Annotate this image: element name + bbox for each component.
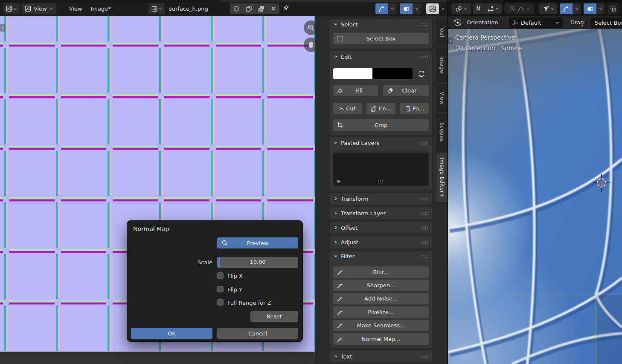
uv-snap-dropdown[interactable]	[388, 3, 396, 14]
pixelize-button[interactable]: Pixelize...	[333, 306, 429, 318]
show-gizmo-button[interactable]	[539, 3, 557, 14]
pin-icon[interactable]	[282, 4, 290, 12]
image-name-field[interactable]: surface_h.png	[165, 3, 230, 14]
blur-button[interactable]: Blur...	[333, 266, 429, 278]
display-channels-dropdown[interactable]	[439, 3, 446, 14]
display-channels-button[interactable]	[426, 3, 439, 14]
proportional-editing-button[interactable]	[504, 3, 534, 14]
panel-select-header[interactable]: Select	[330, 19, 432, 30]
panel-offset[interactable]: Offset	[330, 222, 432, 234]
tab-image[interactable]: Image	[436, 48, 447, 82]
grip-dots[interactable]	[419, 241, 428, 244]
select-box-button[interactable]: Select Box	[333, 33, 429, 44]
cancel-button[interactable]: Cancel	[217, 328, 298, 339]
normal-map-button[interactable]: Normal Map...	[333, 333, 429, 345]
chevron-down-icon	[575, 7, 578, 11]
magnifier-icon	[221, 240, 228, 246]
grip-dots[interactable]	[376, 179, 385, 182]
grip-dots[interactable]	[419, 197, 428, 200]
grip-dots[interactable]	[419, 212, 428, 215]
uv-snap-button[interactable]	[375, 3, 388, 14]
tab-view[interactable]: View	[436, 84, 447, 112]
crop-button[interactable]: Crop	[333, 119, 429, 131]
xray-toggle-button[interactable]	[607, 3, 619, 14]
display-mode-button[interactable]: View	[21, 3, 56, 14]
toolbar-expand-arrow[interactable]	[0, 24, 5, 32]
paste-button[interactable]: Pa...	[400, 103, 429, 114]
viewport-toolbar-expand-arrow[interactable]	[448, 38, 453, 44]
fill-bucket-icon	[337, 87, 343, 94]
panel-edit-header[interactable]: Edit	[330, 51, 432, 62]
wand-icon	[337, 336, 343, 342]
ok-button[interactable]: OK	[131, 328, 212, 339]
reset-button[interactable]: Reset	[250, 311, 298, 322]
menu-view[interactable]: View	[66, 3, 85, 14]
editor-type-button[interactable]	[3, 3, 20, 14]
panel-filter-title: Filter	[341, 253, 355, 260]
gizmos-dropdown[interactable]	[573, 3, 581, 14]
panel-adjust[interactable]: Adjust	[330, 236, 432, 248]
sharpen-button[interactable]: Sharpen...	[333, 280, 429, 291]
menu-image[interactable]: Image*	[88, 3, 113, 14]
add-noise-button[interactable]: Add Noise...	[333, 293, 429, 304]
overlays-dropdown[interactable]	[413, 3, 421, 14]
pixelize-label: Pixelize...	[368, 309, 394, 315]
viewport-overlay-line1: Camera Perspective	[455, 34, 515, 41]
viewport-content[interactable]: Camera Perspective (1) Collection | Sphe…	[448, 29, 622, 364]
panel-transform[interactable]: Transform	[330, 193, 432, 205]
grip-dots[interactable]	[419, 255, 428, 258]
panel-edit: Edit Fill Clear ✂ Cut Co... Pa... Crop	[330, 51, 432, 135]
grip-dots[interactable]	[419, 23, 428, 26]
color-swatch-foreground[interactable]	[333, 68, 372, 79]
gizmos-toggle-button[interactable]	[560, 3, 573, 14]
panel-pasted-layers: Pasted Layers ▶	[330, 137, 432, 190]
grip-dots[interactable]	[419, 55, 428, 58]
cut-button[interactable]: ✂ Cut	[333, 103, 362, 114]
panel-text[interactable]: Text	[330, 350, 432, 362]
unlink-icon[interactable]: ×	[270, 6, 276, 12]
pack-image-icon[interactable]	[258, 6, 264, 12]
make-seamless-label: Make Seamless...	[357, 322, 405, 329]
wand-icon	[337, 323, 343, 329]
pasted-layers-list[interactable]: ▶	[333, 153, 429, 186]
panel-adjust-title: Adjust	[341, 239, 358, 246]
scale-slider[interactable]: 10.00	[217, 257, 298, 268]
fill-button[interactable]: Fill	[333, 85, 378, 96]
image-editor-icon	[6, 6, 12, 12]
add-noise-label: Add Noise...	[364, 295, 398, 302]
viewport-overlays-button[interactable]	[584, 3, 596, 14]
drag-dropdown[interactable]: Select Box	[590, 17, 622, 28]
clear-button[interactable]: Clear	[383, 85, 429, 96]
color-swatch-background[interactable]	[372, 68, 413, 79]
expand-triangle-icon[interactable]: ▶	[337, 179, 341, 183]
tab-image-editor-plus[interactable]: Image Editor+	[436, 153, 447, 203]
panel-filter-header[interactable]: Filter	[330, 251, 432, 262]
shield-icon[interactable]	[233, 6, 239, 12]
select-box-icon	[337, 35, 343, 42]
overlays-button[interactable]	[400, 3, 413, 14]
snap-settings-button[interactable]	[484, 3, 502, 14]
pivot-point-button[interactable]	[451, 3, 471, 14]
swap-colors-icon[interactable]	[417, 69, 426, 78]
panel-pasted-layers-header[interactable]: Pasted Layers	[330, 137, 432, 148]
copy-button[interactable]: Co...	[366, 103, 395, 114]
flip-y-label: Flip Y	[227, 286, 242, 293]
snap-toggle-button[interactable]	[473, 3, 484, 14]
orientation-dropdown[interactable]: Default	[509, 17, 563, 28]
copy-datablock-icon[interactable]	[246, 6, 252, 12]
flip-x-checkbox[interactable]	[217, 272, 224, 279]
tab-tool[interactable]: Tool	[436, 19, 447, 45]
full-range-z-checkbox[interactable]	[217, 299, 224, 306]
preview-button[interactable]: Preview	[217, 237, 298, 248]
grip-dots[interactable]	[419, 355, 428, 358]
grip-dots[interactable]	[419, 226, 428, 229]
flip-y-checkbox[interactable]	[217, 286, 224, 292]
image-browse-button[interactable]	[148, 3, 165, 14]
tab-scopes[interactable]: Scopes	[436, 114, 447, 150]
copy-icon	[371, 106, 377, 112]
panel-transform-layer[interactable]: Transform Layer	[330, 207, 432, 219]
grip-dots[interactable]	[419, 142, 428, 144]
viewport-overlays-dropdown[interactable]	[596, 3, 605, 14]
make-seamless-button[interactable]: Make Seamless...	[333, 320, 429, 331]
flip-x-label: Flip X	[227, 273, 243, 279]
